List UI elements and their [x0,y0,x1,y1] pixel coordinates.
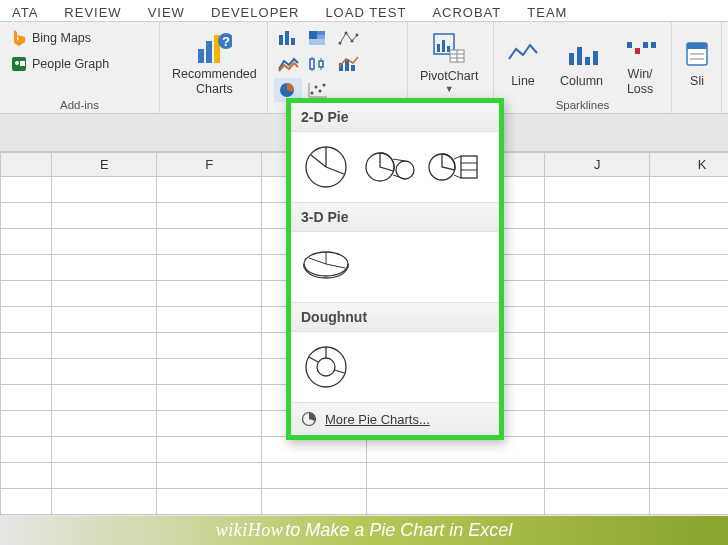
ribbon-tabs: ATA REVIEW VIEW DEVELOPER LOAD TEST ACRO… [0,0,728,22]
more-pie-charts-label: More Pie Charts... [325,412,430,427]
btn-spark-winloss[interactable]: Win/ Loss [617,25,663,98]
svg-rect-10 [285,31,289,45]
group-sparklines-label: Sparklines [494,99,671,111]
tab-acrobat[interactable]: ACROBAT [420,2,513,21]
svg-line-61 [326,167,344,174]
svg-point-19 [339,42,342,45]
chart-type-grid [274,26,362,102]
svg-point-33 [311,92,314,95]
bing-icon [10,29,28,47]
dd-section-2d: 2-D Pie [291,103,499,132]
svg-rect-49 [585,57,590,65]
spark-column-label: Column [560,74,603,88]
spark-line-label: Line [511,74,535,88]
doughnut-basic[interactable] [299,340,353,394]
svg-line-83 [309,357,318,362]
pie-2d-bar-of-pie[interactable] [427,140,481,194]
svg-rect-4 [198,49,204,63]
svg-point-35 [319,90,322,93]
svg-rect-3 [20,61,25,66]
btn-hierarchy-chart[interactable] [304,26,332,50]
dd-section-doughnut: Doughnut [291,302,499,332]
group-recommended: ? Recommended Charts [160,22,268,113]
tab-developer[interactable]: DEVELOPER [199,2,311,21]
col-header[interactable] [1,153,52,177]
col-header-e[interactable]: E [52,153,157,177]
svg-point-80 [317,358,335,376]
watermark-brand: wikiHow [216,520,284,541]
tab-view[interactable]: VIEW [136,2,197,21]
svg-rect-26 [319,61,323,67]
col-header-f[interactable]: F [157,153,262,177]
svg-line-71 [454,156,461,159]
people-graph-label: People Graph [32,57,109,71]
svg-point-64 [396,161,414,179]
svg-rect-5 [206,41,212,63]
spark-winloss-label: Win/ Loss [627,67,653,96]
btn-people-graph[interactable]: People Graph [6,52,153,76]
bing-maps-label: Bing Maps [32,31,91,45]
pie-2d-basic[interactable] [299,140,353,194]
svg-rect-53 [643,42,648,48]
svg-rect-41 [442,40,445,52]
btn-pivotchart[interactable]: PivotChart ▼ [414,27,484,95]
svg-text:?: ? [222,34,230,49]
btn-bing-maps[interactable]: Bing Maps [6,26,153,50]
watermark-text: to Make a Pie Chart in Excel [285,520,512,541]
svg-line-62 [311,155,326,167]
svg-rect-13 [317,31,325,35]
tab-loadtest[interactable]: LOAD TEST [313,2,418,21]
svg-rect-40 [437,44,440,52]
group-addins-label: Add-ins [0,99,159,111]
svg-line-72 [454,175,461,178]
svg-line-78 [309,258,326,264]
svg-point-21 [351,40,354,43]
svg-line-77 [326,264,345,268]
group-filters: Sli [672,22,722,113]
btn-column-chart[interactable] [274,26,302,50]
svg-rect-31 [351,65,355,71]
col-header-k[interactable]: K [650,153,728,177]
svg-rect-15 [309,39,325,45]
group-sparklines: Line Column Win/ Loss Sparklines [494,22,672,113]
sparkline-winloss-icon [623,27,657,67]
tab-review[interactable]: REVIEW [52,2,133,21]
sparkline-column-icon [565,34,599,74]
svg-rect-48 [577,47,582,65]
btn-waterfall-chart[interactable] [334,26,362,50]
svg-point-36 [323,84,326,87]
pivotchart-icon [432,29,466,69]
svg-rect-23 [310,59,314,69]
dropdown-arrow-icon: ▼ [445,84,454,94]
btn-spark-line[interactable]: Line [500,32,546,90]
sparkline-line-icon [506,34,540,74]
btn-combo-chart[interactable] [334,52,362,76]
svg-rect-51 [627,42,632,48]
btn-slicer[interactable]: Sli [678,32,716,90]
svg-rect-50 [593,51,598,65]
btn-statistic-chart[interactable] [304,52,332,76]
svg-rect-14 [317,35,325,39]
svg-line-65 [393,159,405,161]
recommended-charts-label: Recommended Charts [172,67,257,96]
btn-recommended-charts[interactable]: ? Recommended Charts [166,25,263,98]
pie-2d-pie-of-pie[interactable] [363,140,417,194]
recommended-charts-icon: ? [196,27,232,67]
svg-rect-47 [569,53,574,65]
tab-team[interactable]: TEAM [515,2,579,21]
svg-point-2 [15,61,19,65]
btn-line-chart[interactable] [274,52,302,76]
pie-3d-basic[interactable] [299,240,353,294]
svg-point-20 [345,32,348,35]
svg-rect-68 [461,156,477,178]
pivotchart-label: PivotChart [420,69,478,83]
svg-rect-54 [651,42,656,48]
btn-spark-column[interactable]: Column [554,32,609,90]
more-pie-charts[interactable]: More Pie Charts... [291,402,499,435]
svg-point-34 [315,86,318,89]
svg-rect-9 [279,35,283,45]
col-header-j[interactable]: J [545,153,650,177]
group-addins: Bing Maps People Graph Add-ins [0,22,160,113]
tab-data[interactable]: ATA [0,2,50,21]
svg-rect-12 [309,31,317,39]
